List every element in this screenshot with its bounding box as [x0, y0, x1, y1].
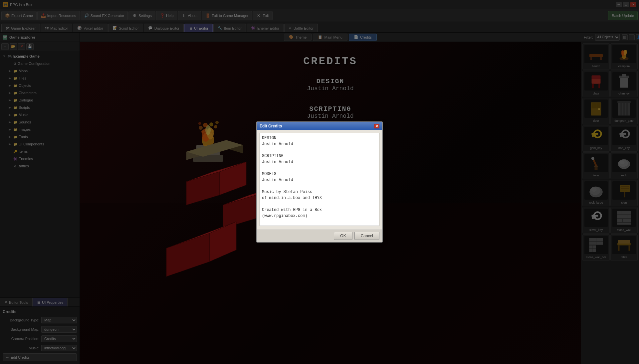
modal-cancel-button[interactable]: Cancel	[354, 232, 379, 240]
modal-titlebar: Edit Credits ✕	[257, 122, 382, 130]
modal-close-button[interactable]: ✕	[374, 124, 379, 128]
edit-credits-modal: Edit Credits ✕ OK Cancel	[256, 121, 383, 243]
modal-title: Edit Credits	[260, 124, 282, 128]
credits-textarea[interactable]	[260, 133, 379, 226]
modal-ok-button[interactable]: OK	[334, 232, 352, 240]
modal-overlay: Edit Credits ✕ OK Cancel	[0, 0, 639, 364]
modal-footer: OK Cancel	[257, 230, 382, 242]
modal-body	[257, 130, 382, 230]
